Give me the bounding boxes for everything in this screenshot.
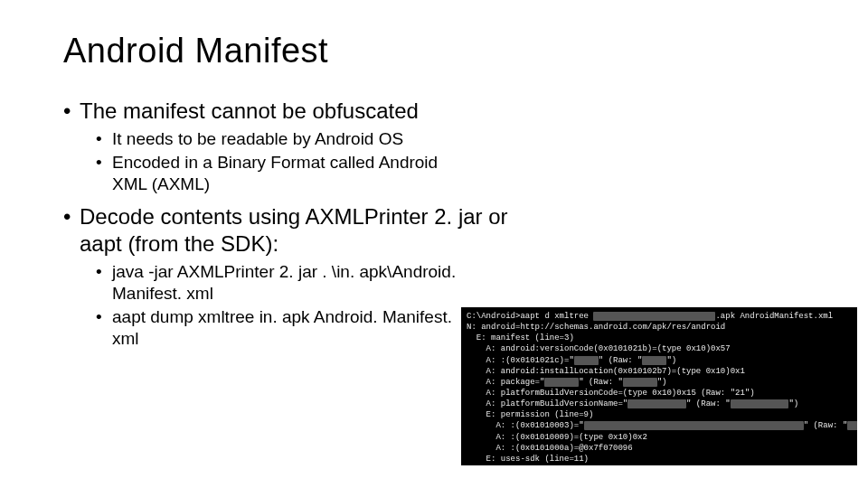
redacted (544, 378, 579, 387)
bullet-1: The manifest cannot be obfuscated It nee… (63, 98, 515, 194)
bullet-1b: Encoded in a Binary Format called Androi… (80, 152, 459, 195)
term-l5b: " (Raw: " (599, 356, 643, 365)
term-l10: E: permission (line=9) (467, 410, 593, 419)
bullet-2-sub: java -jar AXMLPrinter 2. jar . \in. apk\… (80, 261, 515, 349)
redacted (731, 399, 789, 408)
redacted (847, 421, 857, 430)
term-l11a: A: :(0x01010003)=" (467, 421, 584, 430)
term-l5a: A: :(0x0101021c)=" (467, 356, 574, 365)
bullet-2: Decode contents using AXMLPrinter 2. jar… (63, 203, 515, 349)
term-l7c: ") (657, 378, 667, 387)
term-l1b: .apk AndroidManifest.xml (715, 312, 833, 321)
terminal-output: C:\Android>aapt d xmltree .apk AndroidMa… (461, 307, 857, 465)
slide: Android Manifest The manifest cannot be … (0, 0, 868, 488)
term-l6: A: android:installLocation(0x010102b7)=(… (467, 367, 745, 376)
redacted (642, 356, 666, 365)
term-l9a: A: platformBuildVersionName=" (467, 399, 627, 408)
term-l12: A: :(0x01010009)=(type 0x10)0x2 (467, 433, 647, 442)
redacted (584, 421, 804, 430)
bullet-2-text: Decode contents using AXMLPrinter 2. jar… (80, 204, 508, 256)
bullet-1-sub: It needs to be readable by Android OS En… (80, 128, 515, 194)
term-l3: E: manifest (line=3) (467, 333, 574, 343)
term-l7a: A: package=" (467, 378, 544, 387)
bullet-2b: aapt dump xmltree in. apk Android. Manif… (80, 306, 459, 350)
term-l1a: C:\Android>aapt d xmltree (467, 312, 593, 321)
redacted (574, 356, 599, 365)
redacted (593, 312, 715, 321)
bullet-1a: It needs to be readable by Android OS (80, 128, 459, 150)
slide-title: Android Manifest (63, 32, 868, 70)
term-l13: A: :(0x0101000a)=@0x7f070096 (467, 444, 633, 453)
term-l9b: " (Raw: " (686, 399, 731, 408)
term-l4: A: android:versionCode(0x0101021b)=(type… (467, 344, 731, 353)
term-l2: N: android=http://schemas.android.com/ap… (467, 323, 725, 332)
term-l8: A: platformBuildVersionCode=(type 0x10)0… (467, 389, 755, 398)
bullet-1-text: The manifest cannot be obfuscated (80, 99, 419, 123)
term-l11b: " (Raw: " (804, 421, 848, 430)
redacted (623, 378, 657, 387)
bullet-2a: java -jar AXMLPrinter 2. jar . \in. apk\… (80, 261, 459, 305)
term-l14: E: uses-sdk (line=11) (467, 455, 589, 464)
term-l9c: ") (788, 399, 798, 408)
term-l7b: " (Raw: " (579, 378, 623, 387)
term-l5c: ") (666, 356, 676, 365)
redacted (627, 399, 686, 408)
